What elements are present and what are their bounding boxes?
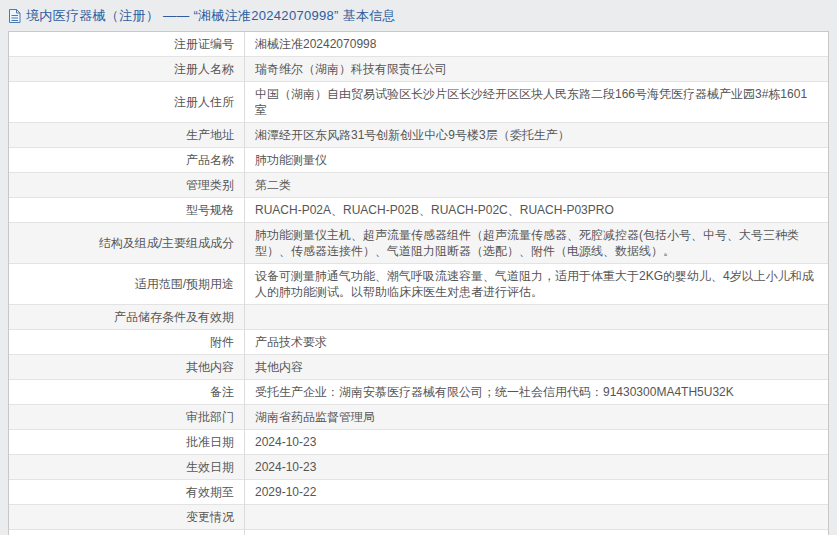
row-value: 其他内容	[245, 355, 829, 380]
row-value: 第二类	[245, 173, 829, 198]
row-value: 受托生产企业：湖南安慕医疗器械有限公司；统一社会信用代码：91430300MA4…	[245, 380, 829, 405]
row-label: 附件	[9, 330, 245, 355]
row-label: 有效期至	[9, 480, 245, 505]
row-label-note: 注	[9, 530, 245, 535]
table-row: 结构及组成/主要组成成分 肺功能测量仪主机、超声流量传感器组件（超声流量传感器、…	[9, 223, 828, 264]
table-row: 备注 受托生产企业：湖南安慕医疗器械有限公司；统一社会信用代码：91430300…	[9, 380, 828, 405]
row-label: 适用范围/预期用途	[9, 264, 245, 305]
row-value: 2024-10-23	[245, 430, 829, 455]
table-row: 批准日期 2024-10-23	[9, 430, 828, 455]
table-row-note: 注 详情	[9, 530, 828, 535]
row-label: 注册人名称	[9, 57, 245, 82]
row-value: 中国（湖南）自由贸易试验区长沙片区长沙经开区区块人民东路二段166号海凭医疗器械…	[245, 82, 829, 123]
row-label: 注册人住所	[9, 82, 245, 123]
page-title: 境内医疗器械（注册） —— “湘械注准20242070998” 基本信息	[26, 7, 396, 25]
row-value-note: 详情	[245, 530, 829, 535]
row-value: 湘潭经开区东风路31号创新创业中心9号楼3层（委托生产）	[245, 123, 829, 148]
table-row: 适用范围/预期用途 设备可测量肺通气功能、潮气呼吸流速容量、气道阻力，适用于体重…	[9, 264, 828, 305]
row-value	[245, 505, 829, 530]
row-value: 湘械注准20242070998	[245, 32, 829, 57]
table-row: 附件 产品技术要求	[9, 330, 828, 355]
table-row: 注册证编号 湘械注准20242070998	[9, 32, 828, 57]
row-value: RUACH-P02A、RUACH-P02B、RUACH-P02C、RUACH-P…	[245, 198, 829, 223]
row-label: 其他内容	[9, 355, 245, 380]
row-value: 瑞奇维尔（湖南）科技有限责任公司	[245, 57, 829, 82]
row-label: 审批部门	[9, 405, 245, 430]
row-label: 生产地址	[9, 123, 245, 148]
row-value: 肺功能测量仪	[245, 148, 829, 173]
table-row: 注册人名称 瑞奇维尔（湖南）科技有限责任公司	[9, 57, 828, 82]
page-header: 境内医疗器械（注册） —— “湘械注准20242070998” 基本信息	[0, 0, 837, 31]
row-label: 产品名称	[9, 148, 245, 173]
document-icon	[8, 9, 21, 23]
table-row: 注册人住所 中国（湖南）自由贸易试验区长沙片区长沙经开区区块人民东路二段166号…	[9, 82, 828, 123]
table-row: 其他内容 其他内容	[9, 355, 828, 380]
table-row: 变更情况	[9, 505, 828, 530]
row-label: 批准日期	[9, 430, 245, 455]
row-label: 型号规格	[9, 198, 245, 223]
row-label: 产品储存条件及有效期	[9, 305, 245, 330]
row-label: 备注	[9, 380, 245, 405]
registration-info-table: 注册证编号 湘械注准20242070998 注册人名称 瑞奇维尔（湖南）科技有限…	[8, 31, 829, 535]
table-row: 生效日期 2024-10-23	[9, 455, 828, 480]
row-label: 变更情况	[9, 505, 245, 530]
row-value: 肺功能测量仪主机、超声流量传感器组件（超声流量传感器、死腔减控器(包括小号、中号…	[245, 223, 829, 264]
row-label: 生效日期	[9, 455, 245, 480]
table-row: 管理类别 第二类	[9, 173, 828, 198]
table-row: 生产地址 湘潭经开区东风路31号创新创业中心9号楼3层（委托生产）	[9, 123, 828, 148]
row-value: 湖南省药品监督管理局	[245, 405, 829, 430]
row-value: 设备可测量肺通气功能、潮气呼吸流速容量、气道阻力，适用于体重大于2KG的婴幼儿、…	[245, 264, 829, 305]
row-label: 注册证编号	[9, 32, 245, 57]
row-value: 产品技术要求	[245, 330, 829, 355]
table-row: 产品储存条件及有效期	[9, 305, 828, 330]
table-row: 型号规格 RUACH-P02A、RUACH-P02B、RUACH-P02C、RU…	[9, 198, 828, 223]
row-value	[245, 305, 829, 330]
table-row: 审批部门 湖南省药品监督管理局	[9, 405, 828, 430]
row-value: 2024-10-23	[245, 455, 829, 480]
row-label: 结构及组成/主要组成成分	[9, 223, 245, 264]
row-value: 2029-10-22	[245, 480, 829, 505]
table-row: 产品名称 肺功能测量仪	[9, 148, 828, 173]
row-label: 管理类别	[9, 173, 245, 198]
table-row: 有效期至 2029-10-22	[9, 480, 828, 505]
